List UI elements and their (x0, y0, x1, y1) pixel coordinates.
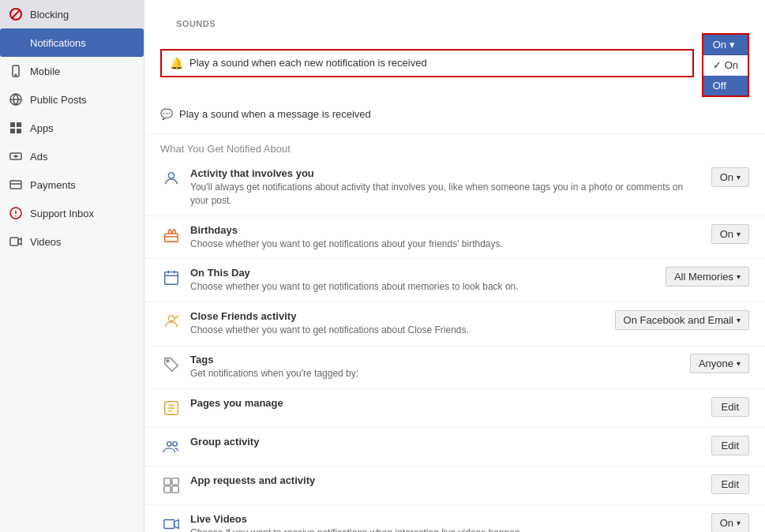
off-option-label: Off (713, 80, 726, 92)
off-option[interactable]: Off (703, 76, 748, 96)
svg-rect-10 (10, 181, 21, 189)
on-this-day-desc: Choose whether you want to get notificat… (190, 280, 658, 294)
sounds-header: SOUNDS (160, 8, 749, 33)
birthdays-title: Birthdays (190, 224, 703, 236)
sound-message-row: 💬 Play a sound when a message is receive… (160, 102, 749, 126)
tags-title: Tags (190, 354, 682, 365)
payments-icon (8, 177, 24, 193)
on-this-day-title: On This Day (190, 267, 658, 279)
sound-message-label: Play a sound when a message is received (179, 108, 371, 120)
tags-control-label: Anyone (699, 358, 733, 369)
svg-point-25 (173, 441, 178, 446)
activity-control-label: On (720, 171, 733, 183)
sidebar-item-payments-label: Payments (30, 179, 76, 191)
close-friends-title: Close Friends activity (190, 310, 607, 322)
close-friends-desc: Choose whether you want to get notificat… (190, 324, 607, 337)
message-sound-icon: 💬 (160, 108, 173, 120)
tags-desc: Get notifications when you're tagged by: (190, 367, 682, 380)
sidebar-item-mobile[interactable]: Mobile (0, 57, 144, 85)
public-icon (8, 92, 24, 107)
sound-notification-icon: 🔔 (170, 57, 183, 69)
close-friends-dropdown[interactable]: On Facebook and Email ▾ (615, 310, 749, 330)
notif-item-live-videos: Live Videos Choose if you want to receiv… (144, 505, 765, 532)
on-this-day-icon (160, 267, 182, 289)
group-activity-title: Group activity (190, 436, 703, 448)
svg-rect-7 (10, 129, 15, 133)
mobile-icon (8, 63, 24, 79)
sidebar-item-blocking[interactable]: Blocking (0, 0, 144, 28)
live-videos-desc: Choose if you want to receive notificati… (190, 526, 703, 532)
svg-rect-13 (10, 238, 18, 245)
app-requests-edit-button[interactable]: Edit (711, 474, 749, 494)
chevron-down-icon: ▾ (737, 230, 741, 238)
on-this-day-control-label: All Memories (674, 271, 733, 283)
pages-title: Pages you manage (190, 397, 703, 409)
on-option[interactable]: ✓ On (703, 55, 748, 76)
svg-point-3 (15, 74, 17, 76)
sidebar-item-blocking-label: Blocking (30, 9, 69, 21)
svg-rect-17 (165, 272, 178, 285)
svg-rect-8 (17, 129, 21, 133)
bell-icon (8, 35, 24, 51)
app-layout: Blocking Notifications Mobile Public Pos… (0, 0, 765, 532)
sidebar-item-apps-label: Apps (30, 122, 54, 134)
on-button-top[interactable]: On ▾ (703, 35, 748, 55)
block-icon (8, 6, 24, 22)
sidebar-item-public-posts[interactable]: Public Posts (0, 85, 144, 114)
close-friends-control-label: On Facebook and Email (624, 314, 733, 326)
videos-icon (8, 234, 24, 249)
notif-item-birthdays: Birthdays Choose whether you want to get… (144, 216, 765, 260)
pages-edit-button[interactable]: Edit (711, 397, 749, 417)
birthdays-dropdown[interactable]: On ▾ (711, 224, 749, 244)
on-this-day-dropdown[interactable]: All Memories ▾ (666, 267, 749, 287)
svg-point-21 (168, 316, 174, 321)
sidebar-item-notifications[interactable]: Notifications (0, 28, 144, 57)
svg-rect-26 (164, 478, 171, 485)
group-activity-icon (160, 436, 182, 458)
svg-rect-30 (164, 519, 174, 528)
svg-point-24 (167, 441, 172, 446)
sidebar-item-mobile-label: Mobile (30, 66, 60, 77)
close-friends-icon (160, 310, 182, 332)
svg-line-1 (12, 10, 20, 18)
birthdays-desc: Choose whether you want to get notificat… (190, 238, 703, 251)
svg-point-22 (167, 360, 169, 362)
notif-item-activity: Activity that involves you You'll always… (144, 159, 765, 216)
chevron-down-icon: ▾ (729, 39, 735, 51)
sidebar-item-ads[interactable]: Ads (0, 142, 144, 170)
sounds-section: SOUNDS 🔔 Play a sound when each new noti… (144, 0, 765, 134)
live-videos-dropdown[interactable]: On ▾ (711, 513, 749, 532)
sidebar-item-payments[interactable]: Payments (0, 170, 144, 199)
on-off-dropdown: On ▾ ✓ On Off (702, 33, 749, 97)
sidebar-item-support-inbox-label: Support Inbox (30, 208, 94, 219)
notified-section: What You Get Notified About Activity tha… (144, 134, 765, 532)
sidebar-item-support-inbox[interactable]: Support Inbox (0, 199, 144, 227)
sound-notification-label: Play a sound when each new notification … (189, 57, 427, 69)
pages-icon (160, 397, 182, 419)
sidebar-item-apps[interactable]: Apps (0, 114, 144, 142)
sidebar-item-notifications-label: Notifications (30, 37, 86, 49)
sidebar-item-videos-label: Videos (30, 236, 62, 248)
on-button-label: On (713, 39, 726, 51)
on-option-label: On (725, 59, 738, 71)
tags-dropdown[interactable]: Anyone ▾ (690, 354, 749, 373)
chevron-down-icon: ▾ (737, 316, 741, 324)
sidebar-item-ads-label: Ads (30, 151, 47, 163)
tags-icon (160, 354, 182, 376)
support-icon (8, 205, 24, 221)
svg-rect-6 (17, 122, 21, 127)
group-activity-edit-button[interactable]: Edit (711, 436, 749, 455)
svg-rect-27 (172, 478, 178, 485)
chevron-down-icon: ▾ (737, 519, 741, 527)
activity-title: Activity that involves you (190, 167, 703, 179)
birthday-icon (160, 224, 182, 246)
app-requests-icon (160, 474, 182, 496)
main-content: SOUNDS 🔔 Play a sound when each new noti… (144, 0, 765, 532)
activity-dropdown[interactable]: On ▾ (711, 167, 749, 187)
ads-icon (8, 148, 24, 164)
notif-item-on-this-day: On This Day Choose whether you want to g… (144, 259, 765, 302)
notif-item-pages: Pages you manage Edit (144, 389, 765, 428)
live-videos-control-label: On (720, 517, 733, 529)
sidebar-item-videos[interactable]: Videos (0, 227, 144, 256)
svg-point-14 (168, 173, 174, 178)
